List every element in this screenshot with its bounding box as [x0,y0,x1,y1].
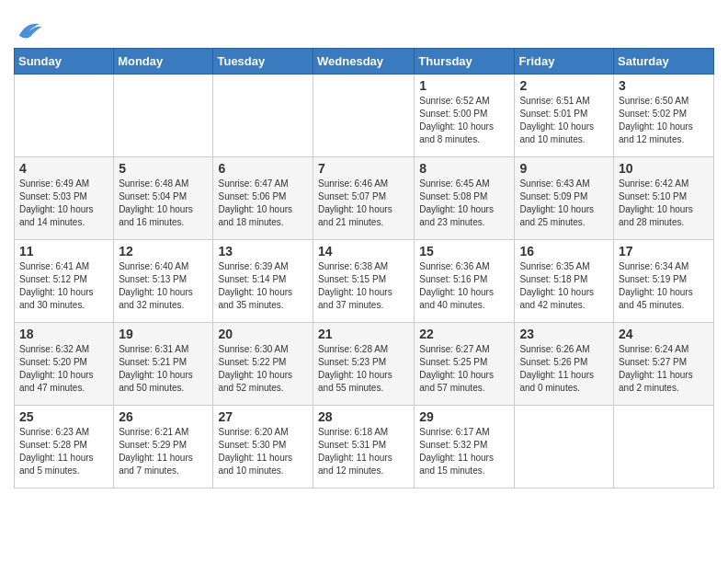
calendar-header: SundayMondayTuesdayWednesdayThursdayFrid… [15,49,714,75]
day-cell: 9Sunrise: 6:43 AM Sunset: 5:09 PM Daylig… [515,157,614,240]
day-number: 5 [119,161,208,176]
day-number: 21 [318,327,409,341]
day-cell: 18Sunrise: 6:32 AM Sunset: 5:20 PM Dayli… [15,323,114,406]
day-info: Sunrise: 6:40 AM Sunset: 5:13 PM Dayligh… [119,260,208,312]
day-cell: 25Sunrise: 6:23 AM Sunset: 5:28 PM Dayli… [15,406,114,488]
page-header [14,9,714,40]
day-number: 6 [218,161,308,176]
day-cell: 29Sunrise: 6:17 AM Sunset: 5:32 PM Dayli… [415,406,515,488]
day-number: 8 [419,161,509,176]
day-info: Sunrise: 6:43 AM Sunset: 5:09 PM Dayligh… [519,178,609,229]
day-cell: 2Sunrise: 6:51 AM Sunset: 5:01 PM Daylig… [515,75,614,157]
day-cell: 28Sunrise: 6:18 AM Sunset: 5:31 PM Dayli… [313,406,415,488]
day-info: Sunrise: 6:41 AM Sunset: 5:12 PM Dayligh… [19,260,108,312]
day-number: 10 [619,161,709,176]
day-number: 19 [119,327,208,341]
day-number: 1 [419,78,509,93]
day-number: 14 [318,244,409,259]
day-number: 23 [519,327,609,341]
day-info: Sunrise: 6:34 AM Sunset: 5:19 PM Dayligh… [619,260,709,312]
calendar-body: 1Sunrise: 6:52 AM Sunset: 5:00 PM Daylig… [15,75,714,488]
day-cell: 19Sunrise: 6:31 AM Sunset: 5:21 PM Dayli… [114,323,213,406]
day-cell: 22Sunrise: 6:27 AM Sunset: 5:25 PM Dayli… [415,323,515,406]
day-info: Sunrise: 6:26 AM Sunset: 5:26 PM Dayligh… [519,343,609,395]
day-info: Sunrise: 6:35 AM Sunset: 5:18 PM Dayligh… [519,260,609,312]
day-number: 15 [419,244,509,259]
day-info: Sunrise: 6:32 AM Sunset: 5:20 PM Dayligh… [19,343,108,395]
day-cell [515,406,614,488]
day-info: Sunrise: 6:50 AM Sunset: 5:02 PM Dayligh… [619,95,709,146]
day-cell: 13Sunrise: 6:39 AM Sunset: 5:14 PM Dayli… [213,240,313,323]
day-cell: 5Sunrise: 6:48 AM Sunset: 5:04 PM Daylig… [114,157,213,240]
day-cell [313,75,415,157]
day-number: 17 [619,244,709,259]
day-info: Sunrise: 6:36 AM Sunset: 5:16 PM Dayligh… [419,260,509,312]
day-info: Sunrise: 6:47 AM Sunset: 5:06 PM Dayligh… [218,178,308,229]
day-info: Sunrise: 6:28 AM Sunset: 5:23 PM Dayligh… [318,343,409,395]
day-cell: 11Sunrise: 6:41 AM Sunset: 5:12 PM Dayli… [15,240,114,323]
week-row-1: 1Sunrise: 6:52 AM Sunset: 5:00 PM Daylig… [15,75,714,157]
week-row-5: 25Sunrise: 6:23 AM Sunset: 5:28 PM Dayli… [15,406,714,488]
day-number: 24 [619,327,709,341]
day-info: Sunrise: 6:24 AM Sunset: 5:27 PM Dayligh… [619,343,709,395]
day-number: 22 [419,327,509,341]
day-cell: 16Sunrise: 6:35 AM Sunset: 5:18 PM Dayli… [515,240,614,323]
day-info: Sunrise: 6:27 AM Sunset: 5:25 PM Dayligh… [419,343,509,395]
day-info: Sunrise: 6:21 AM Sunset: 5:29 PM Dayligh… [119,426,208,477]
day-info: Sunrise: 6:20 AM Sunset: 5:30 PM Dayligh… [218,426,308,477]
day-number: 9 [519,161,609,176]
day-number: 25 [19,409,108,424]
week-row-2: 4Sunrise: 6:49 AM Sunset: 5:03 PM Daylig… [15,157,714,240]
week-row-3: 11Sunrise: 6:41 AM Sunset: 5:12 PM Dayli… [15,240,714,323]
day-info: Sunrise: 6:17 AM Sunset: 5:32 PM Dayligh… [419,426,509,477]
header-cell-monday: Monday [114,49,213,75]
day-number: 11 [19,244,108,259]
header-cell-wednesday: Wednesday [313,49,415,75]
day-info: Sunrise: 6:52 AM Sunset: 5:00 PM Dayligh… [419,95,509,146]
calendar-table: SundayMondayTuesdayWednesdayThursdayFrid… [14,48,714,488]
day-number: 27 [218,409,308,424]
day-number: 13 [218,244,308,259]
day-info: Sunrise: 6:46 AM Sunset: 5:07 PM Dayligh… [318,178,409,229]
header-cell-friday: Friday [515,49,614,75]
day-info: Sunrise: 6:18 AM Sunset: 5:31 PM Dayligh… [318,426,409,477]
day-number: 18 [19,327,108,341]
week-row-4: 18Sunrise: 6:32 AM Sunset: 5:20 PM Dayli… [15,323,714,406]
day-cell: 24Sunrise: 6:24 AM Sunset: 5:27 PM Dayli… [614,323,714,406]
day-number: 3 [619,78,709,93]
day-info: Sunrise: 6:30 AM Sunset: 5:22 PM Dayligh… [218,343,308,395]
header-cell-saturday: Saturday [614,49,714,75]
day-cell: 15Sunrise: 6:36 AM Sunset: 5:16 PM Dayli… [415,240,515,323]
day-cell: 12Sunrise: 6:40 AM Sunset: 5:13 PM Dayli… [114,240,213,323]
day-cell [213,75,313,157]
day-cell: 4Sunrise: 6:49 AM Sunset: 5:03 PM Daylig… [15,157,114,240]
day-info: Sunrise: 6:23 AM Sunset: 5:28 PM Dayligh… [19,426,108,477]
day-info: Sunrise: 6:42 AM Sunset: 5:10 PM Dayligh… [619,178,709,229]
day-info: Sunrise: 6:31 AM Sunset: 5:21 PM Dayligh… [119,343,208,395]
logo [14,18,43,40]
day-number: 20 [218,327,308,341]
day-cell [15,75,114,157]
day-number: 29 [419,409,509,424]
logo-bird-icon [16,18,43,40]
day-number: 28 [318,409,409,424]
day-info: Sunrise: 6:51 AM Sunset: 5:01 PM Dayligh… [519,95,609,146]
day-number: 26 [119,409,208,424]
day-cell: 7Sunrise: 6:46 AM Sunset: 5:07 PM Daylig… [313,157,415,240]
header-row: SundayMondayTuesdayWednesdayThursdayFrid… [15,49,714,75]
day-cell: 21Sunrise: 6:28 AM Sunset: 5:23 PM Dayli… [313,323,415,406]
day-number: 7 [318,161,409,176]
day-cell: 14Sunrise: 6:38 AM Sunset: 5:15 PM Dayli… [313,240,415,323]
day-info: Sunrise: 6:38 AM Sunset: 5:15 PM Dayligh… [318,260,409,312]
day-cell: 23Sunrise: 6:26 AM Sunset: 5:26 PM Dayli… [515,323,614,406]
day-cell: 26Sunrise: 6:21 AM Sunset: 5:29 PM Dayli… [114,406,213,488]
day-number: 4 [19,161,108,176]
day-number: 12 [119,244,208,259]
day-cell: 6Sunrise: 6:47 AM Sunset: 5:06 PM Daylig… [213,157,313,240]
day-cell: 27Sunrise: 6:20 AM Sunset: 5:30 PM Dayli… [213,406,313,488]
day-cell: 10Sunrise: 6:42 AM Sunset: 5:10 PM Dayli… [614,157,714,240]
day-cell [614,406,714,488]
day-info: Sunrise: 6:39 AM Sunset: 5:14 PM Dayligh… [218,260,308,312]
header-cell-sunday: Sunday [15,49,114,75]
day-number: 16 [519,244,609,259]
